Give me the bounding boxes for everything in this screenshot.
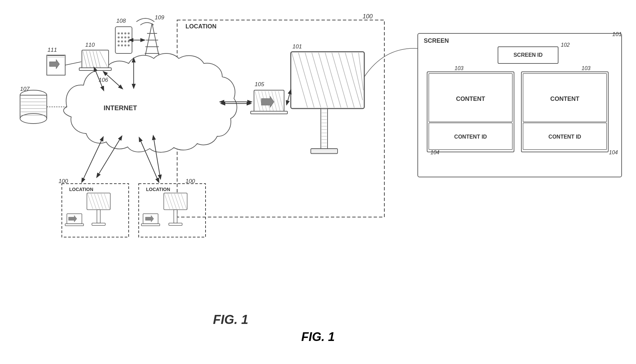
- svg-point-45: [121, 32, 123, 34]
- svg-rect-23: [79, 68, 111, 70]
- svg-text:108: 108: [116, 18, 126, 24]
- svg-text:109: 109: [155, 14, 164, 21]
- svg-point-59: [128, 44, 130, 46]
- svg-text:104: 104: [430, 150, 439, 155]
- svg-text:LOCATION: LOCATION: [185, 23, 217, 30]
- svg-point-56: [118, 44, 120, 46]
- svg-text:100: 100: [363, 13, 373, 20]
- svg-text:INTERNET: INTERNET: [104, 104, 137, 112]
- main-diagram: LOCATION 100 LOCATION 100 LOCATION 100 I…: [0, 0, 636, 364]
- svg-text:LOCATION: LOCATION: [69, 187, 93, 192]
- svg-rect-132: [169, 223, 182, 225]
- svg-rect-16: [82, 50, 109, 68]
- svg-rect-119: [97, 210, 100, 223]
- svg-point-49: [121, 36, 123, 38]
- svg-text:100: 100: [185, 178, 195, 184]
- svg-text:104: 104: [609, 150, 618, 155]
- svg-point-48: [118, 36, 120, 38]
- svg-point-52: [118, 40, 120, 42]
- svg-text:101: 101: [612, 31, 622, 37]
- svg-rect-93: [321, 109, 328, 149]
- svg-text:103: 103: [455, 65, 464, 71]
- svg-text:LOCATION: LOCATION: [146, 187, 170, 192]
- database: [20, 90, 47, 124]
- svg-rect-120: [92, 223, 105, 225]
- svg-point-44: [118, 32, 120, 34]
- svg-point-54: [124, 40, 126, 42]
- svg-point-51: [128, 36, 130, 38]
- svg-point-58: [124, 44, 126, 46]
- svg-text:103: 103: [582, 65, 591, 71]
- svg-text:105: 105: [255, 81, 264, 87]
- svg-point-47: [128, 32, 130, 34]
- svg-text:107: 107: [20, 86, 30, 92]
- svg-text:102: 102: [561, 42, 570, 48]
- svg-rect-78: [251, 111, 287, 114]
- svg-rect-131: [174, 210, 177, 223]
- figure-label: FIG. 1: [301, 330, 335, 344]
- svg-rect-43: [115, 27, 132, 53]
- svg-point-53: [121, 40, 123, 42]
- svg-point-55: [128, 40, 130, 42]
- svg-rect-122: [65, 224, 84, 226]
- svg-rect-134: [141, 224, 160, 226]
- svg-text:110: 110: [85, 42, 95, 48]
- server-box-111: [47, 55, 65, 75]
- small-laptop-bl: [65, 214, 84, 226]
- svg-text:CONTENT: CONTENT: [550, 96, 580, 102]
- diagram-container: LOCATION 100 LOCATION 100 LOCATION 100 I…: [0, 0, 636, 364]
- small-laptop-br: [141, 214, 160, 226]
- svg-point-57: [121, 44, 123, 46]
- svg-text:SCREEN: SCREEN: [424, 37, 449, 44]
- svg-text:100: 100: [58, 178, 68, 184]
- mobile-phone: [115, 27, 132, 53]
- svg-text:CONTENT ID: CONTENT ID: [548, 134, 581, 140]
- svg-text:CONTENT ID: CONTENT ID: [454, 134, 487, 140]
- laptop-device: [79, 50, 111, 70]
- svg-text:101: 101: [292, 43, 302, 50]
- svg-text:111: 111: [47, 47, 57, 53]
- svg-text:FIG. 1: FIG. 1: [213, 313, 248, 327]
- svg-point-50: [124, 36, 126, 38]
- svg-point-46: [124, 32, 126, 34]
- svg-text:CONTENT: CONTENT: [456, 96, 485, 102]
- media-player-105: [251, 90, 287, 114]
- svg-text:SCREEN ID: SCREEN ID: [513, 52, 542, 58]
